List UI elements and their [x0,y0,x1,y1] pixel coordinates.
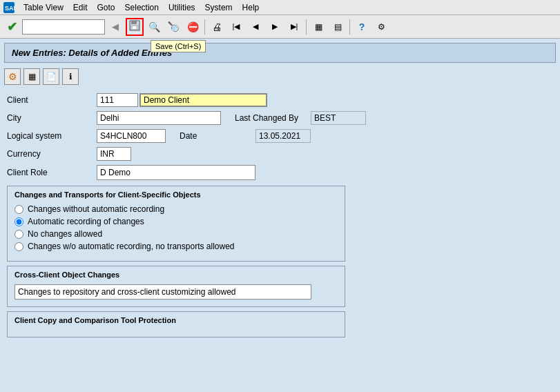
page-title: New Entries: Details of Added Entries [4,43,556,63]
client-copy-title: Client Copy and Comparison Tool Protecti… [15,316,338,324]
client-number-input[interactable] [97,93,138,107]
sub-btn-4[interactable]: ℹ [62,68,79,85]
menu-selection[interactable]: Selection [121,1,163,14]
stop-button[interactable]: ⛔ [184,18,202,36]
check-icon: ✔ [7,19,17,35]
cross-client-title: Cross-Client Object Changes [15,271,338,279]
client-role-label: Client Role [7,168,97,177]
city-row: City Last Changed By [7,111,553,125]
sub-btn-2[interactable]: ▦ [23,68,40,85]
logical-system-row: Logical system Date [7,129,553,143]
help-button[interactable]: ? [353,18,371,36]
last-changed-input[interactable] [311,111,366,125]
radio-row-2: Automatic recording of changes [15,217,338,226]
radio-automatic[interactable] [15,217,23,226]
prev-button[interactable]: ◀ [247,18,264,36]
client-role-row: Client Role D Demo P Production T Test [7,165,553,180]
date-label: Date [180,131,255,141]
client-copy-section: Client Copy and Comparison Tool Protecti… [7,311,345,337]
menu-goto[interactable]: Goto [93,1,119,14]
logical-system-input[interactable] [97,129,166,143]
prev-icon: ◀ [253,22,258,31]
changes-section: Changes and Transports for Client-Specif… [7,186,345,262]
first-button[interactable]: |◀ [227,18,245,36]
radio-no-recording[interactable] [15,205,23,214]
menu-edit[interactable]: Edit [69,1,92,14]
date-input[interactable] [255,129,311,143]
client-role-wrapper: D Demo P Production T Test [97,165,255,180]
toolbar: ✔ ◀ 🔍 🔍 ⛔ [0,15,560,39]
radio-row-3: No changes allowed [15,229,338,239]
first-icon: |◀ [233,22,240,31]
command-input[interactable] [22,19,105,35]
cross-client-select[interactable]: Changes to repository and cross-client c… [15,284,311,300]
nav-back-button[interactable]: ◀ [106,18,124,36]
currency-label: Currency [7,149,97,159]
client-name-input[interactable] [139,93,267,107]
help-icon: ? [359,21,365,32]
content-area: New Entries: Details of Added Entries ⚙ … [0,39,560,346]
new-icon: 📄 [46,72,57,81]
radio-row-4: Changes w/o automatic recording, no tran… [15,242,338,251]
find-next-icon: 🔍 [168,21,180,32]
menu-table-view[interactable]: Table View [19,1,68,14]
sub-btn-3[interactable]: 📄 [43,68,59,85]
cross-client-select-wrapper: Changes to repository and cross-client c… [15,284,311,300]
radio-no-transports[interactable] [15,242,23,251]
client-label: Client [7,95,97,105]
menu-bar: SAP Table View Edit Goto Selection Utili… [0,0,560,15]
find-next-button[interactable]: 🔍 [164,18,182,36]
sub-btn-1[interactable]: ⚙ [4,68,21,85]
separator-2 [306,19,307,35]
radio-no-recording-label: Changes without automatic recording [28,204,164,214]
layout1-button[interactable]: ▦ [309,18,327,36]
city-label: City [7,113,97,123]
menu-help[interactable]: Help [238,1,264,14]
execute-button[interactable]: ✔ [3,18,21,36]
radio-row-1: Changes without automatic recording [15,204,338,214]
svg-rect-5 [133,26,136,29]
layout2-button[interactable]: ▤ [329,18,347,36]
config-icon: ⚙ [8,71,17,82]
save-button[interactable] [126,18,144,36]
svg-rect-3 [131,21,137,24]
radio-automatic-label: Automatic recording of changes [28,217,144,226]
print-button[interactable]: 🖨 [208,18,226,36]
logical-system-label: Logical system [7,131,97,141]
cross-client-section: Cross-Client Object Changes Changes to r… [7,266,345,307]
currency-input[interactable] [97,147,131,161]
radio-no-transports-label: Changes w/o automatic recording, no tran… [28,242,235,251]
menu-utilities[interactable]: Utilities [164,1,200,14]
save-icon [128,19,141,34]
layout1-icon: ▦ [315,22,322,32]
menu-system[interactable]: System [201,1,237,14]
customize-button[interactable]: ⚙ [372,18,390,36]
print-icon: 🖨 [212,21,222,32]
last-changed-group: Last Changed By [235,111,366,125]
radio-no-changes[interactable] [15,230,23,239]
layout2-icon: ▤ [334,22,342,32]
separator-1 [204,19,205,35]
last-changed-label: Last Changed By [235,113,311,123]
client-role-select[interactable]: D Demo P Production T Test [97,165,255,180]
form-area: Client City Last Changed By Logical syst… [4,93,556,180]
find-icon: 🔍 [148,21,160,32]
changes-section-title: Changes and Transports for Client-Specif… [15,190,338,199]
nav-back-icon: ◀ [112,21,119,32]
info-icon: ℹ [69,72,73,81]
svg-text:SAP: SAP [5,5,15,12]
stop-icon: ⛔ [187,21,199,32]
find-button[interactable]: 🔍 [145,18,163,36]
sub-toolbar: ⚙ ▦ 📄 ℹ [4,67,556,86]
client-row: Client [7,93,553,107]
radio-no-changes-label: No changes allowed [28,229,102,239]
date-group: Date [180,129,311,143]
city-input[interactable] [97,111,221,125]
next-icon: ▶ [272,22,278,31]
currency-row: Currency [7,147,553,161]
next-button[interactable]: ▶ [266,18,284,36]
last-icon: ▶| [291,22,298,31]
table-icon: ▦ [28,72,36,81]
last-button[interactable]: ▶| [285,18,303,36]
customize-icon: ⚙ [378,22,385,32]
